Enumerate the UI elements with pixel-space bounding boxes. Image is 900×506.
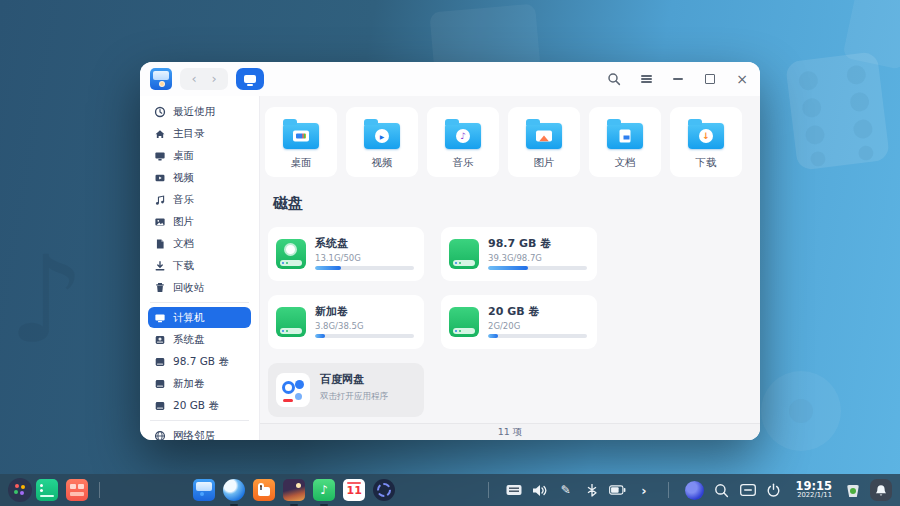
dock-image-viewer[interactable] — [283, 479, 305, 501]
music-icon — [154, 194, 166, 206]
music-note-icon: ♪ — [320, 483, 328, 497]
home-icon — [154, 128, 166, 140]
disk-grid: 系统盘 13.1G/50G 98.7 GB 卷 39.3G/98.7G — [268, 227, 603, 349]
system-disk-icon — [154, 334, 166, 346]
dock-app-store[interactable] — [253, 479, 275, 501]
sidebar-label: 视频 — [173, 171, 194, 185]
icon-view-button[interactable] — [236, 68, 264, 90]
screen-recorder-tray[interactable] — [739, 482, 756, 499]
sidebar-item-new-volume[interactable]: 新加卷 — [148, 373, 251, 394]
tray-separator — [488, 482, 489, 498]
bluetooth-tray[interactable] — [583, 482, 600, 499]
shutdown-tray[interactable] — [765, 482, 782, 499]
multitasking-view-button[interactable] — [66, 479, 88, 501]
sidebar-item-trash[interactable]: 回收站 — [148, 277, 251, 298]
disk-usage-bar — [315, 266, 414, 270]
sidebar-item-network[interactable]: 网络邻居 — [148, 425, 251, 440]
sidebar-item-documents[interactable]: 文档 — [148, 233, 251, 254]
sidebar-item-videos[interactable]: 视频 — [148, 167, 251, 188]
sidebar-item-computer[interactable]: 计算机 — [148, 307, 251, 328]
user-folders-row: 桌面 ▶ 视频 ♪ 音乐 图片 — [265, 107, 752, 177]
calendar-day: 11 — [347, 484, 362, 497]
film-reel-ghost — [756, 366, 846, 456]
disk-name: 20 GB 卷 — [488, 306, 587, 318]
folder-pictures[interactable]: 图片 — [508, 107, 580, 177]
trash-dock-icon[interactable] — [845, 482, 861, 498]
sidebar-label: 下载 — [173, 259, 194, 273]
bell-icon — [875, 484, 887, 497]
disk-icon — [154, 356, 166, 368]
disk-card-98gb[interactable]: 98.7 GB 卷 39.3G/98.7G — [441, 227, 597, 281]
sidebar-item-recent[interactable]: 最近使用 — [148, 101, 251, 122]
battery-icon — [609, 485, 626, 495]
maximize-button[interactable] — [702, 71, 718, 87]
sidebar-item-system-disk[interactable]: 系统盘 — [148, 329, 251, 350]
disk-card-new-volume[interactable]: 新加卷 3.8G/38.5G — [268, 295, 424, 349]
folder-icon: ↓ — [688, 123, 724, 149]
drive-icon — [276, 307, 306, 337]
folder-icon — [607, 123, 643, 149]
taskbar-clock[interactable]: 19:15 2022/1/11 — [795, 480, 832, 499]
folder-documents[interactable]: 文档 — [589, 107, 661, 177]
folder-label: 图片 — [534, 156, 555, 170]
download-icon — [154, 260, 166, 272]
sidebar-item-desktop[interactable]: 桌面 — [148, 145, 251, 166]
tray-expand-button[interactable]: › — [635, 482, 652, 499]
folder-videos[interactable]: ▶ 视频 — [346, 107, 418, 177]
battery-tray[interactable] — [609, 482, 626, 499]
grand-search-tray[interactable] — [713, 482, 730, 499]
screen-capture-tray[interactable]: ✎ — [557, 482, 574, 499]
back-button[interactable]: ‹ — [184, 68, 204, 90]
sidebar-label: 20 GB 卷 — [173, 399, 219, 413]
search-button[interactable] — [606, 71, 622, 87]
folder-downloads[interactable]: ↓ 下载 — [670, 107, 742, 177]
sidebar-label: 文档 — [173, 237, 194, 251]
disk-usage-fill — [488, 266, 528, 270]
sidebar-label: 网络邻居 — [173, 429, 215, 441]
disk-card-system[interactable]: 系统盘 13.1G/50G — [268, 227, 424, 281]
dock-control-center[interactable] — [373, 479, 395, 501]
video-icon — [154, 172, 166, 184]
sidebar-label: 计算机 — [173, 311, 205, 325]
minimize-button[interactable] — [670, 71, 686, 87]
pen-icon: ✎ — [561, 483, 571, 497]
close-button[interactable]: × — [734, 71, 750, 87]
dock-calendar[interactable]: 11 — [343, 479, 365, 501]
speaker-icon — [532, 484, 547, 497]
disk-card-20gb[interactable]: 20 GB 卷 2G/20G — [441, 295, 597, 349]
launchpad-button[interactable] — [36, 479, 58, 501]
clock-icon — [154, 106, 166, 118]
volume-tray[interactable] — [531, 482, 548, 499]
baidu-netdisk-card[interactable]: 百度网盘 双击打开应用程序 — [268, 363, 424, 417]
baidu-netdisk-icon — [276, 373, 310, 407]
taskbar-separator — [99, 482, 100, 498]
sidebar-label: 新加卷 — [173, 377, 205, 391]
file-manager-app-icon — [150, 68, 172, 90]
folder-desktop[interactable]: 桌面 — [265, 107, 337, 177]
disk-usage-text: 13.1G/50G — [315, 253, 414, 263]
network-assistant-tray[interactable] — [685, 481, 704, 500]
sidebar-item-downloads[interactable]: 下载 — [148, 255, 251, 276]
launcher-button[interactable] — [8, 478, 32, 502]
disk-usage-text: 3.8G/38.5G — [315, 321, 414, 331]
forward-button[interactable]: › — [204, 68, 224, 90]
onboard-keyboard-tray[interactable] — [505, 482, 522, 499]
sidebar-item-home[interactable]: 主目录 — [148, 123, 251, 144]
sidebar-item-volume-98[interactable]: 98.7 GB 卷 — [148, 351, 251, 372]
notification-center-button[interactable] — [870, 479, 892, 501]
sidebar-label: 回收站 — [173, 281, 205, 295]
window-menu-button[interactable] — [638, 71, 654, 87]
titlebar[interactable]: ‹ › × — [140, 62, 760, 96]
film-strip-ghost — [778, 46, 897, 176]
sidebar-item-music[interactable]: 音乐 — [148, 189, 251, 210]
dock-browser[interactable] — [223, 479, 245, 501]
dock-music-player[interactable]: ♪ — [313, 479, 335, 501]
dock-file-manager[interactable] — [193, 479, 215, 501]
status-bar: 11 项 — [260, 423, 760, 440]
taskbar: ♪ 11 ✎ › 19:15 2022/1/11 — [0, 474, 900, 506]
sidebar-item-volume-20[interactable]: 20 GB 卷 — [148, 395, 251, 416]
sidebar-item-pictures[interactable]: 图片 — [148, 211, 251, 232]
chevron-right-icon: › — [641, 483, 646, 498]
recorder-icon — [740, 484, 756, 496]
folder-music[interactable]: ♪ 音乐 — [427, 107, 499, 177]
